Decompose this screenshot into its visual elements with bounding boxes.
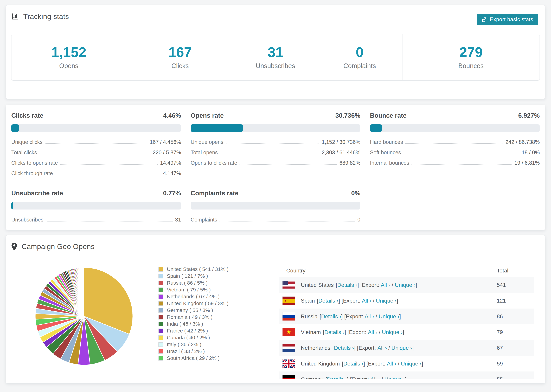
legend-item-france[interactable]: France ( 42 / 2% ) xyxy=(158,327,228,334)
legend-swatch-france xyxy=(158,329,163,333)
country-total: 59 xyxy=(497,361,503,367)
bounce-rate-value: 6.927% xyxy=(518,112,540,119)
export-unique-link-vietnam[interactable]: Unique › xyxy=(382,329,403,335)
legend-item-india[interactable]: India ( 46 / 3% ) xyxy=(158,321,228,327)
export-label: Export: xyxy=(343,298,360,304)
legend-label-russia: Russia ( 86 / 5% ) xyxy=(167,280,208,286)
country-name: Netherlands xyxy=(301,345,330,351)
metric-value-hard-bounces: 242 / 86.738% xyxy=(505,139,540,145)
dotted-leader xyxy=(411,164,512,165)
legend-item-germany[interactable]: Germany ( 55 / 3% ) xyxy=(158,307,228,314)
bracket: ] xyxy=(397,298,398,304)
export-unique-link-spain[interactable]: Unique › xyxy=(376,298,397,304)
bounce-rate-row-internal-bounces: Internal bounces19 / 6.81% xyxy=(370,160,540,166)
geo-opens-pie-chart xyxy=(33,265,135,368)
legend-item-south-africa[interactable]: South Africa ( 29 / 2% ) xyxy=(158,355,228,362)
stat-cell-bounces: 279Bounces xyxy=(403,34,540,80)
export-all-link-united-kingdom[interactable]: All › xyxy=(387,361,396,367)
export-all-link-spain[interactable]: All › xyxy=(362,298,371,304)
geo-table-row-united-kingdom: United Kingdom[Details ›] [Export: All ›… xyxy=(279,356,534,371)
bracket: ] [ xyxy=(354,345,359,351)
export-unique-link-netherlands[interactable]: Unique › xyxy=(391,345,412,351)
legend-swatch-united-kingdom xyxy=(158,301,163,306)
country-total: 86 xyxy=(497,313,503,320)
unsubscribe-rate-row-unsubscribes: Unsubscribes31 xyxy=(11,217,181,223)
export-all-link-russia[interactable]: All › xyxy=(365,313,374,320)
legend-swatch-romania xyxy=(158,315,163,320)
legend-item-spain[interactable]: Spain ( 121 / 7% ) xyxy=(158,273,228,280)
legend-label-france: France ( 42 / 2% ) xyxy=(167,328,208,334)
opens-rate-title: Opens rate xyxy=(191,112,224,119)
dotted-leader xyxy=(60,164,158,165)
bounce-rate-title: Bounce rate xyxy=(370,112,407,119)
flag-icon-us xyxy=(283,281,295,289)
geo-table-header-row: CountryTotal xyxy=(279,264,534,277)
unsubscribe-rate-progress-fill xyxy=(11,202,13,210)
legend-item-united-kingdom[interactable]: United Kingdom ( 59 / 3% ) xyxy=(158,300,228,307)
legend-item-netherlands[interactable]: Netherlands ( 67 / 4% ) xyxy=(158,293,228,300)
bracket: ] xyxy=(399,313,401,320)
details-link-russia[interactable]: Details › xyxy=(321,313,341,320)
details-link-vietnam[interactable]: Details › xyxy=(325,329,345,335)
geo-table-country-cell-united-kingdom: United Kingdom[Details ›] [Export: All ›… xyxy=(279,359,497,368)
campaign-geo-opens-header: Campaign Geo Opens xyxy=(6,235,545,258)
metric-label-unique-clicks: Unique clicks xyxy=(11,139,42,145)
geo-table-row-united-states: United States[Details ›] [Export: All › … xyxy=(279,277,534,293)
legend-swatch-brazil xyxy=(158,349,163,354)
opens-rate-progress-bar xyxy=(191,124,360,132)
legend-swatch-india xyxy=(158,322,163,326)
legend-label-united-kingdom: United Kingdom ( 59 / 3% ) xyxy=(167,301,228,306)
export-basic-stats-button[interactable]: Export basic stats xyxy=(477,14,538,25)
export-basic-stats-label: Export basic stats xyxy=(490,16,533,23)
legend-swatch-vietnam xyxy=(158,287,163,292)
bounce-rate-block: Bounce rate6.927%Hard bounces242 / 86.73… xyxy=(370,112,540,181)
slash: / xyxy=(374,313,379,320)
details-link-germany[interactable]: Details › xyxy=(327,376,347,379)
legend-swatch-united-states xyxy=(158,267,163,272)
legend-label-spain: Spain ( 121 / 7% ) xyxy=(167,273,208,279)
legend-item-canada[interactable]: Canada ( 40 / 2% ) xyxy=(158,334,228,341)
export-all-link-vietnam[interactable]: All › xyxy=(368,329,377,335)
details-link-netherlands[interactable]: Details › xyxy=(334,345,354,351)
legend-label-united-states: United States ( 541 / 31% ) xyxy=(167,266,228,272)
export-icon xyxy=(481,17,487,22)
geo-table-col-total: Total xyxy=(497,267,534,274)
tracking-stats-header: Tracking stats Export basic stats xyxy=(6,5,545,28)
export-unique-link-united-states[interactable]: Unique › xyxy=(395,282,416,288)
pie-slice-other[interactable] xyxy=(84,267,84,316)
export-unique-link-russia[interactable]: Unique › xyxy=(379,313,399,320)
metric-value-opens-to-clicks-rate: 689.82% xyxy=(339,160,360,166)
legend-label-germany: Germany ( 55 / 3% ) xyxy=(167,307,213,313)
legend-item-russia[interactable]: Russia ( 86 / 5% ) xyxy=(158,280,228,286)
stat-cell-complaints: 0Complaints xyxy=(317,34,403,80)
geo-table-total-cell-united-kingdom: 59 xyxy=(497,361,534,367)
legend-item-romania[interactable]: Romania ( 49 / 3% ) xyxy=(158,314,228,321)
legend-swatch-south-africa xyxy=(158,356,163,361)
legend-item-united-states[interactable]: United States ( 541 / 31% ) xyxy=(158,266,228,273)
slash: / xyxy=(380,376,384,379)
metric-label-unsubscribes: Unsubscribes xyxy=(11,217,43,223)
slash: / xyxy=(387,345,391,351)
opens-rate-progress-fill xyxy=(191,124,243,132)
metric-value-unique-clicks: 167 / 4.456% xyxy=(150,139,181,145)
export-all-link-netherlands[interactable]: All › xyxy=(377,345,387,351)
geo-table-country-cell-netherlands: Netherlands[Details ›] [Export: All › / … xyxy=(279,344,497,352)
details-link-united-states[interactable]: Details › xyxy=(337,282,357,288)
export-all-link-germany[interactable]: All › xyxy=(370,376,380,379)
export-unique-link-germany[interactable]: Unique › xyxy=(384,376,405,379)
legend-item-brazil[interactable]: Brazil ( 33 / 2% ) xyxy=(158,348,228,355)
dotted-leader xyxy=(55,175,161,175)
legend-item-vietnam[interactable]: Vietnam ( 79 / 5% ) xyxy=(158,286,228,293)
legend-label-vietnam: Vietnam ( 79 / 5% ) xyxy=(167,287,211,293)
legend-swatch-italy xyxy=(158,342,163,347)
flag-icon-es xyxy=(283,297,295,305)
geo-opens-table: CountryTotal United States[Details ›] [E… xyxy=(279,264,534,379)
legend-item-italy[interactable]: Italy ( 36 / 2% ) xyxy=(158,341,228,348)
export-all-link-united-states[interactable]: All › xyxy=(381,282,390,288)
dotted-leader xyxy=(220,154,319,154)
country-total: 541 xyxy=(497,282,506,288)
details-link-united-kingdom[interactable]: Details › xyxy=(343,361,363,367)
bracket: [ xyxy=(332,345,334,351)
details-link-spain[interactable]: Details › xyxy=(318,298,339,304)
export-unique-link-united-kingdom[interactable]: Unique › xyxy=(401,361,422,367)
